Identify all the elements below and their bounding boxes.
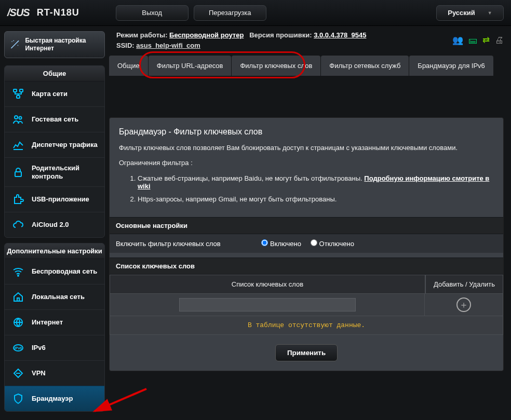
svg-point-0 xyxy=(11,42,12,43)
tab-firewall-ipv6[interactable]: Брандмауэр для IPv6 xyxy=(409,56,493,76)
limit-item-1: Сжатые веб-страницы, например Baidu, не … xyxy=(138,172,494,193)
sidebar-item-label: Локальная сеть xyxy=(32,293,98,301)
svg-rect-8 xyxy=(15,172,21,177)
globe-icon xyxy=(11,316,25,329)
mode-value-link[interactable]: Беспроводной роутер xyxy=(169,31,244,39)
table-header: Список ключевых слов Добавить / Удалить xyxy=(110,275,503,294)
table-input-row: ＋ xyxy=(110,294,503,316)
svg-point-9 xyxy=(18,275,19,276)
cloud-icon xyxy=(11,219,25,231)
enable-filter-label: Включить фильтр ключевых слов xyxy=(116,240,261,248)
reboot-button[interactable]: Перезагрузка xyxy=(194,5,266,21)
traffic-icon xyxy=(11,139,25,151)
sidebar-item-network-map[interactable]: Карта сети xyxy=(5,82,104,106)
sidebar-item-ipv6[interactable]: IPv6 IPv6 xyxy=(5,335,104,360)
sidebar-item-label: Беспроводная сеть xyxy=(32,267,98,276)
sidebar-item-wan[interactable]: Интернет xyxy=(5,309,104,335)
table-empty-message: В таблице отсутствуют данные. xyxy=(110,316,503,335)
sidebar-item-aicloud[interactable]: AiCloud 2.0 xyxy=(5,212,104,237)
radio-enabled[interactable] xyxy=(261,239,268,246)
storage-icon[interactable]: 🖴 xyxy=(468,35,477,46)
ipv6-icon: IPv6 xyxy=(11,342,25,354)
status-icons: 👥 🖴 ⇄ 🖨 xyxy=(452,35,504,46)
tab-general[interactable]: Общие xyxy=(109,56,148,76)
sidebar-item-label: Диспетчер трафика xyxy=(32,141,98,149)
sidebar-item-guest-network[interactable]: Гостевая сеть xyxy=(5,106,104,132)
sidebar-item-usb-application[interactable]: USB-приложение xyxy=(5,186,104,212)
ssid-value: asus_help-wifi_com xyxy=(136,42,200,49)
shield-icon xyxy=(11,392,25,405)
sidebar-item-label: Карта сети xyxy=(32,90,98,98)
usb-icon[interactable]: ⇄ xyxy=(482,35,490,46)
svg-rect-4 xyxy=(20,89,23,92)
svg-point-6 xyxy=(15,116,18,119)
sidebar-item-vpn[interactable]: VPN xyxy=(5,360,104,386)
tab-network-services-filter[interactable]: Фильтр сетевых служб xyxy=(321,56,409,76)
printer-icon[interactable]: 🖨 xyxy=(495,35,504,46)
wifi-icon xyxy=(11,265,25,278)
radio-disabled[interactable] xyxy=(311,239,317,246)
apply-row: Применить xyxy=(110,335,503,371)
language-selector[interactable]: Русский ▼ xyxy=(436,5,504,21)
menu-advanced-title: Дополнительные настройки xyxy=(5,243,104,259)
brand-logo: /SUS xyxy=(7,7,30,19)
sidebar-item-label: Брандмауэр xyxy=(32,395,98,403)
sidebar-item-wireless[interactable]: Беспроводная сеть xyxy=(5,259,104,284)
tab-keyword-filter[interactable]: Фильтр ключевых слов xyxy=(232,56,320,76)
tab-url-filter[interactable]: Фильтр URL-адресов xyxy=(149,56,232,76)
fw-value-link[interactable]: 3.0.0.4.378_9545 xyxy=(314,31,366,39)
sidebar-item-firewall[interactable]: Брандмауэр xyxy=(5,386,104,411)
sidebar: Быстрая настройка Интернет Общие Карта с… xyxy=(0,26,109,420)
model-name: RT-N18U xyxy=(37,7,79,18)
sidebar-item-label: Гостевая сеть xyxy=(32,115,98,124)
limit-item-2: Https-запросы, например Gmail, не могут … xyxy=(138,193,494,206)
network-map-icon xyxy=(11,88,25,100)
menu-general: Общие Карта сети Гостевая сеть Диспетчер… xyxy=(4,65,105,238)
sidebar-item-label: AiCloud 2.0 xyxy=(32,221,98,229)
plus-icon: ＋ xyxy=(459,299,468,311)
th-actions: Добавить / Удалить xyxy=(425,275,503,294)
sidebar-item-label: VPN xyxy=(32,369,98,377)
th-keyword: Список ключевых слов xyxy=(110,275,425,294)
fw-label: Версия прошивки: xyxy=(249,31,312,39)
panel-limits-list: Сжатые веб-страницы, например Baidu, не … xyxy=(138,172,494,206)
menu-advanced: Дополнительные настройки Беспроводная се… xyxy=(4,243,105,412)
ssid-label: SSID: xyxy=(116,42,135,49)
svg-rect-5 xyxy=(17,96,20,98)
panel-limits-label: Ограничения фильтра : xyxy=(119,159,494,167)
panel-description: Фильтр ключевых слов позволяет Вам блоки… xyxy=(119,144,494,152)
clients-icon[interactable]: 👥 xyxy=(452,35,463,46)
radio-disabled-label[interactable]: Отключено xyxy=(311,240,354,248)
svg-point-7 xyxy=(19,117,22,119)
section-basic-settings: Основные настройки xyxy=(110,217,503,234)
menu-general-title: Общие xyxy=(5,66,104,82)
info-bar: Режим работы: Беспроводной роутер Версия… xyxy=(109,26,511,56)
svg-point-1 xyxy=(18,45,19,46)
house-icon xyxy=(11,291,25,303)
svg-point-2 xyxy=(13,40,14,42)
qis-label: Быстрая настройка Интернет xyxy=(25,37,99,52)
svg-text:IPv6: IPv6 xyxy=(15,346,22,350)
tabs-row: Общие Фильтр URL-адресов Фильтр ключевых… xyxy=(109,56,511,76)
mode-label: Режим работы: xyxy=(116,31,167,39)
language-label: Русский xyxy=(448,9,475,17)
quick-internet-setup[interactable]: Быстрая настройка Интернет xyxy=(4,31,105,58)
sidebar-item-parental-controls[interactable]: Родительский контроль xyxy=(5,157,104,186)
radio-enabled-label[interactable]: Включено xyxy=(261,240,301,248)
guest-network-icon xyxy=(11,113,25,126)
wand-icon xyxy=(10,38,20,51)
sidebar-item-traffic-manager[interactable]: Диспетчер трафика xyxy=(5,132,104,157)
panel-title: Брандмауэр - Фильтр ключевых слов xyxy=(119,127,494,137)
add-button[interactable]: ＋ xyxy=(456,297,471,312)
content-area: Режим работы: Беспроводной роутер Версия… xyxy=(109,26,511,420)
section-keyword-list: Список ключевых слов xyxy=(110,258,503,275)
keyword-table: Список ключевых слов Добавить / Удалить … xyxy=(110,275,503,335)
row-enable-filter: Включить фильтр ключевых слов Включено О… xyxy=(110,234,503,253)
lock-icon xyxy=(11,166,25,179)
apply-button[interactable]: Применить xyxy=(275,344,338,361)
sidebar-item-lan[interactable]: Локальная сеть xyxy=(5,284,104,309)
logout-button[interactable]: Выход xyxy=(116,5,189,21)
sidebar-item-label: Интернет xyxy=(32,318,98,327)
svg-rect-3 xyxy=(14,89,17,92)
keyword-input[interactable] xyxy=(179,298,356,311)
